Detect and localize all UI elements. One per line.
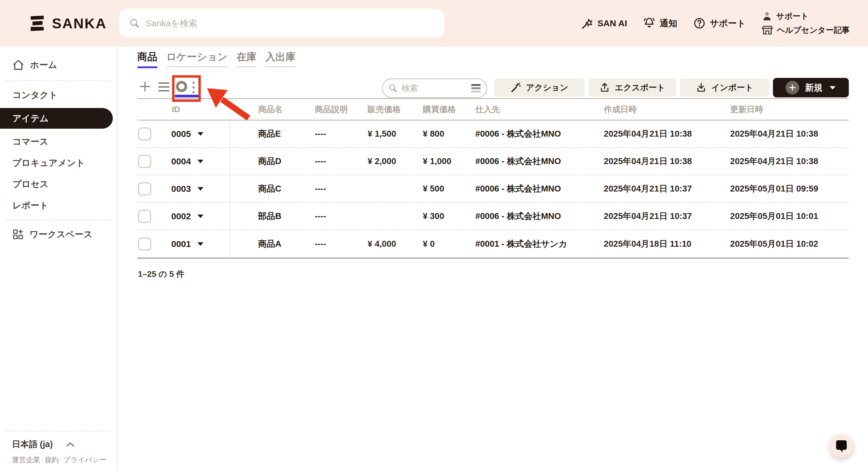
purchase-price: ¥ 1,000 [419,148,472,175]
updated-at: 2025年04月21日 10:38 [729,148,849,175]
action-button[interactable]: アクション [494,78,585,97]
supplier[interactable]: #0001 - 株式会社サンカ [472,230,602,258]
language-selector[interactable]: 日本語 (ja) [12,439,111,450]
product-name[interactable]: 商品D [230,148,310,175]
chat-launcher-button[interactable] [830,434,853,458]
workspace-grid-icon [12,229,24,240]
support-label: サポート [710,18,746,30]
row-checkbox[interactable] [138,155,151,168]
sidebar-item-label: コマース [12,136,49,148]
column-header-purchase-price[interactable]: 購買価格 [419,99,472,120]
column-header-name[interactable]: 商品名 [230,99,310,120]
brand-logo[interactable]: SANKA [30,0,107,46]
sidebar-item-label: ワークスペース [30,228,93,241]
product-description: ---- [310,120,365,147]
global-search[interactable] [120,9,444,37]
sidebar-item-commerce[interactable]: コマース [0,131,117,152]
search-icon [389,84,397,93]
product-name[interactable]: 部品B [230,203,310,229]
tab-stock[interactable]: 在庫 [237,50,256,68]
export-button-label: エクスポート [615,82,665,93]
column-header-description[interactable]: 商品説明 [310,99,365,120]
privacy-link[interactable]: プライバシー [63,455,106,465]
header-select-cell [137,99,159,120]
selling-price [365,203,419,229]
sidebar-item-workspace[interactable]: ワークスペース [0,224,117,245]
row-checkbox[interactable] [138,127,151,140]
helpcenter-menu-item[interactable]: ヘルプセンター記事 [762,25,850,36]
product-description: ---- [310,148,365,175]
row-id-cell[interactable]: 0001 [159,230,230,258]
support-menu-item[interactable]: サポート [762,11,850,22]
row-caret-icon[interactable] [197,214,204,219]
column-header-supplier[interactable]: 仕入先 [472,99,602,120]
products-table: ID 商品名 商品説明 販売価格 購買価格 仕入先 作成日時 更新日時 0005… [137,98,849,258]
row-id-cell[interactable]: 0004 [159,148,230,175]
column-header-selling-price[interactable]: 販売価格 [365,99,419,120]
top-header: SANKA SAN AI 通知 [0,0,868,46]
grid-view-icon[interactable] [176,81,187,92]
notifications-button[interactable]: 通知 [643,17,677,30]
column-header-updated[interactable]: 更新日時 [729,99,849,120]
san-ai-button[interactable]: SAN AI [582,18,627,29]
created-at: 2025年04月18日 11:10 [602,230,729,258]
company-link[interactable]: 運営企業 [12,455,40,465]
sidebar-item-label: プロセス [12,178,49,190]
add-row-icon[interactable] [139,80,151,93]
table-header-row: ID 商品名 商品説明 販売価格 購買価格 仕入先 作成日時 更新日時 [137,98,849,120]
product-name[interactable]: 商品C [230,175,310,202]
filter-icon[interactable] [471,84,480,92]
sidebar-divider [6,80,111,81]
sidebar-item-home[interactable]: ホーム [0,53,117,77]
more-options-icon[interactable] [192,82,194,93]
import-button[interactable]: インポート [680,78,769,97]
bell-icon [643,17,655,30]
updated-at: 2025年05月01日 10:02 [729,230,849,258]
product-name[interactable]: 商品E [230,120,310,147]
wand-star-icon [582,18,593,29]
supplier[interactable]: #0006 - 株式会社MNO [472,148,602,175]
person-icon [762,11,772,22]
row-caret-icon[interactable] [197,242,204,246]
row-checkbox[interactable] [138,238,151,251]
sidebar-item-label: レポート [12,199,49,212]
supplier[interactable]: #0006 - 株式会社MNO [472,203,602,229]
new-button-label: 新規 [805,82,823,94]
tab-inout[interactable]: 入出庫 [266,50,296,68]
pagination-summary: 1–25 の 5 件 [138,269,185,280]
sidebar-item-procurement[interactable]: プロキュアメント [0,152,117,174]
tab-products[interactable]: 商品 [137,50,157,68]
row-id-cell[interactable]: 0005 [159,120,230,147]
row-id-cell[interactable]: 0002 [159,203,230,229]
list-view-icon[interactable] [158,82,169,92]
row-checkbox[interactable] [138,182,151,195]
sidebar-item-reports[interactable]: レポート [0,195,117,216]
tab-locations[interactable]: ロケーション [166,50,228,68]
row-caret-icon[interactable] [197,159,204,164]
column-header-created[interactable]: 作成日時 [602,99,729,120]
export-button[interactable]: エクスポート [588,78,676,97]
sidebar-item-contacts[interactable]: コンタクト [0,85,117,106]
caret-down-icon [829,85,836,90]
chat-bubble-icon [836,440,847,452]
sidebar-item-process[interactable]: プロセス [0,174,117,195]
row-caret-icon[interactable] [197,131,204,136]
table-search[interactable] [382,78,487,98]
supplier[interactable]: #0006 - 株式会社MNO [472,175,602,202]
global-search-input[interactable] [146,18,434,28]
support-button[interactable]: サポート [693,17,746,30]
created-at: 2025年04月21日 10:37 [602,203,729,229]
terms-link[interactable]: 規約 [44,455,59,465]
sidebar-item-items[interactable]: アイテム [0,108,113,129]
product-name[interactable]: 商品A [230,230,310,258]
row-id-cell[interactable]: 0003 [159,175,230,202]
row-caret-icon[interactable] [197,186,204,191]
row-checkbox[interactable] [138,210,151,223]
download-icon [696,82,707,93]
supplier[interactable]: #0006 - 株式会社MNO [472,120,602,147]
table-search-input[interactable] [402,84,467,93]
new-button[interactable]: 新規 [773,78,849,97]
selling-price: ¥ 1,500 [365,120,419,147]
column-header-id[interactable]: ID [159,99,230,120]
import-button-label: インポート [711,82,753,93]
